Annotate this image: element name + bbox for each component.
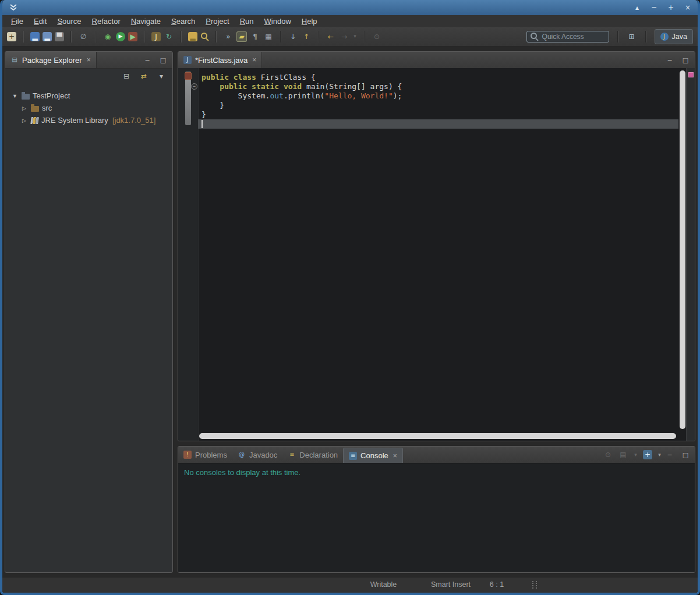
code-editor[interactable]: public class FirstClass { public static …: [198, 68, 678, 431]
run-icon[interactable]: ▶: [116, 32, 125, 41]
menu-file[interactable]: File: [6, 16, 29, 26]
pin-editor-icon[interactable]: ⊙: [372, 31, 382, 42]
open-file-icon[interactable]: ▂: [188, 32, 197, 41]
display-console-menu-icon[interactable]: ▾: [633, 449, 638, 460]
search-icon[interactable]: [200, 32, 209, 41]
main-area: ▤Package Explorer× ─□ ⊟⇄▾ ▼TestProject▷s…: [2, 47, 698, 578]
back-icon[interactable]: ←: [326, 31, 336, 42]
menu-navigate[interactable]: Navigate: [126, 16, 166, 26]
mark-occurrences-icon[interactable]: ▰: [236, 31, 247, 42]
view-tab-problems-label: Problems: [195, 451, 227, 459]
minimize-button[interactable]: ─: [650, 3, 658, 12]
editor-tab-firstclass-java-label: *FirstClass.java: [195, 56, 248, 65]
menu-project[interactable]: Project: [200, 16, 234, 26]
console-view: !Problems@Javadoc≡Declaration≡Console× ⊙…: [178, 446, 695, 573]
editor-horizontal-scrollbar[interactable]: [199, 433, 676, 440]
annotation-marker-icon: [185, 72, 192, 80]
maximize-view-icon[interactable]: □: [159, 56, 167, 64]
show-whitespace-icon[interactable]: ¶: [250, 31, 260, 42]
horizontal-scrollbar-thumb[interactable]: [199, 433, 676, 439]
shade-button[interactable]: ▴: [633, 3, 641, 12]
view-tab-package-explorer[interactable]: ▤Package Explorer×: [5, 52, 97, 68]
java-perspective-button[interactable]: J Java: [655, 29, 693, 44]
maximize-view-icon[interactable]: □: [681, 56, 690, 64]
package-explorer-icon: ▤: [10, 56, 19, 64]
debug-icon[interactable]: ◉: [102, 31, 113, 42]
vertical-scrollbar-thumb[interactable]: [680, 70, 685, 429]
fold-expanded-icon[interactable]: −: [191, 83, 197, 90]
menu-run[interactable]: Run: [235, 16, 259, 26]
new-java-project-icon[interactable]: J: [151, 32, 161, 41]
package-explorer-tabbar: ▤Package Explorer× ─□: [5, 52, 172, 69]
maximize-button[interactable]: +: [667, 3, 675, 12]
view-tab-declaration[interactable]: ≡Declaration: [282, 447, 343, 463]
menu-help[interactable]: Help: [296, 16, 323, 26]
toolbar-icons: +▂▂▀∅◉▶▶J↻▂»▰¶▦↓↑←→▾⊙: [7, 31, 382, 42]
refresh-icon[interactable]: ↻: [164, 31, 174, 42]
editor-gutter[interactable]: −: [178, 68, 199, 441]
package-explorer-toolbar: ⊟⇄▾: [5, 69, 172, 84]
editor-tab-firstclass-java[interactable]: J*FirstClass.java×: [178, 52, 262, 68]
menu-search[interactable]: Search: [166, 16, 200, 26]
save-all-icon[interactable]: ▂: [43, 32, 52, 41]
toolbar-separator: [617, 31, 618, 42]
expand-arrow-icon[interactable]: ▷: [20, 118, 28, 123]
close-tab-icon[interactable]: ×: [393, 452, 397, 460]
window-menu-icon[interactable]: [8, 2, 19, 13]
minimize-view-icon[interactable]: ─: [666, 56, 674, 64]
link-with-editor-icon[interactable]: ⇄: [139, 71, 149, 82]
skip-breakpoints-icon[interactable]: ∅: [78, 31, 89, 42]
forward-icon[interactable]: →: [339, 31, 349, 42]
menu-refactor[interactable]: Refactor: [87, 16, 126, 26]
last-edit-location-icon[interactable]: ↑: [301, 31, 312, 42]
search-icon: [530, 32, 539, 41]
editor-tabbar: J*FirstClass.java× ─□: [178, 52, 695, 69]
tree-item-src[interactable]: ▷src: [5, 102, 172, 114]
view-tab-declaration-label: Declaration: [299, 451, 338, 459]
console-icon: ≡: [349, 452, 357, 460]
view-tab-package-explorer-label: Package Explorer: [22, 56, 82, 65]
close-tab-icon[interactable]: ×: [252, 56, 256, 64]
view-tab-javadoc[interactable]: @Javadoc: [232, 447, 282, 463]
pin-console-icon[interactable]: ⊙: [603, 449, 613, 460]
print-icon[interactable]: ▀: [55, 32, 64, 41]
block-selection-icon[interactable]: ▦: [263, 31, 274, 42]
view-tab-console[interactable]: ≡Console×: [343, 448, 403, 463]
quick-access-input[interactable]: Quick Access: [526, 31, 609, 42]
toolbar-separator: [318, 31, 319, 42]
cursor-overview-marker: [688, 72, 694, 77]
close-button[interactable]: ×: [684, 3, 692, 12]
tree-item-jre-system-library[interactable]: ▷JRE System Library[jdk1.7.0_51]: [5, 114, 172, 126]
tree-item-label: TestProject: [33, 91, 70, 100]
collapse-arrow-icon[interactable]: ▼: [11, 93, 19, 99]
menu-edit[interactable]: Edit: [29, 16, 52, 26]
statusbar-grip[interactable]: [532, 581, 537, 589]
view-menu-icon[interactable]: ▾: [156, 71, 167, 82]
save-icon[interactable]: ▂: [30, 32, 40, 41]
open-console-menu-icon[interactable]: ▾: [657, 449, 662, 460]
new-wizard-icon[interactable]: +: [7, 32, 16, 41]
menu-window[interactable]: Window: [259, 16, 296, 26]
display-selected-console-icon[interactable]: ▤: [618, 449, 628, 460]
quick-access-placeholder: Quick Access: [542, 33, 584, 41]
expand-arrow-icon[interactable]: ▷: [20, 105, 28, 111]
overview-ruler[interactable]: [686, 68, 695, 441]
minimize-view-icon[interactable]: ─: [143, 56, 151, 64]
open-perspective-icon[interactable]: ⊞: [627, 31, 637, 42]
open-console-icon[interactable]: +: [643, 450, 652, 459]
view-tab-problems[interactable]: !Problems: [178, 447, 232, 463]
next-annotation-icon[interactable]: ↓: [288, 31, 298, 42]
tree-item-testproject[interactable]: ▼TestProject: [5, 90, 172, 102]
maximize-view-icon[interactable]: □: [681, 451, 690, 459]
breadcrumb-icon[interactable]: »: [223, 31, 234, 42]
editor-vertical-scrollbar[interactable]: [678, 69, 687, 430]
code-line-5: }: [198, 110, 678, 119]
close-tab-icon[interactable]: ×: [87, 56, 91, 64]
editor-body[interactable]: − public class FirstClass { public stati…: [178, 68, 695, 441]
code-line-4: }: [198, 101, 678, 110]
minimize-view-icon[interactable]: ─: [666, 451, 674, 459]
external-tools-icon[interactable]: ▶: [128, 32, 137, 41]
collapse-all-icon[interactable]: ⊟: [121, 71, 132, 82]
menu-source[interactable]: Source: [52, 16, 86, 26]
forward-menu-icon[interactable]: ▾: [352, 31, 358, 42]
